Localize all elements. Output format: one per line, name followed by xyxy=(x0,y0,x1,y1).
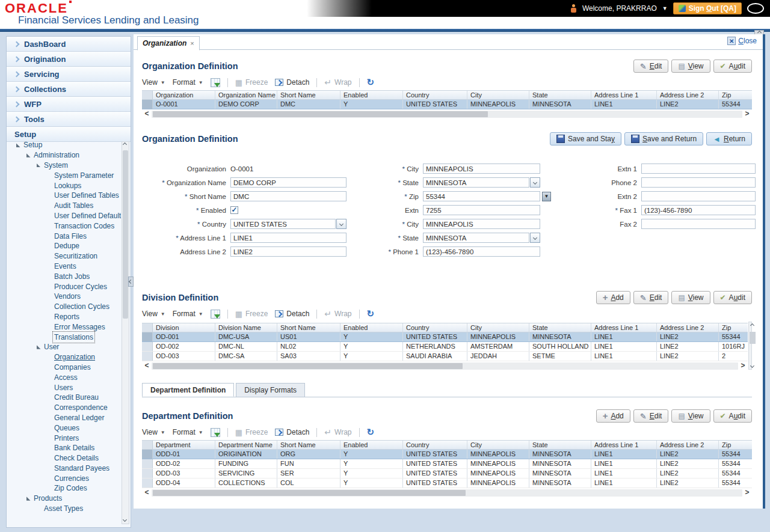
scrollbar-thumb[interactable] xyxy=(750,332,756,344)
tree-item-products[interactable]: Products xyxy=(7,494,121,504)
phone-1-field[interactable]: (123)-456-7890 xyxy=(423,246,540,257)
column-header-address-line-2[interactable]: Address Line 2 xyxy=(657,323,719,332)
scroll-down-icon[interactable] xyxy=(750,364,754,368)
tree-item-general-ledger[interactable]: General Ledger xyxy=(7,413,121,423)
detach-button[interactable]: Detach xyxy=(275,428,309,436)
tab-department-definition[interactable]: Department Definition xyxy=(142,383,234,397)
tree-expand-icon[interactable] xyxy=(37,345,41,349)
query-by-example-icon[interactable] xyxy=(211,78,220,87)
refresh-icon[interactable] xyxy=(367,427,375,438)
column-header-organization-name[interactable]: Organization Name xyxy=(215,91,277,99)
query-by-example-icon[interactable] xyxy=(211,310,220,319)
tree-item-collection-cycles[interactable]: Collection Cycles xyxy=(7,302,121,312)
detach-button[interactable]: Detach xyxy=(275,310,309,318)
chevron-down-icon[interactable] xyxy=(336,219,346,229)
tree-item-dedupe[interactable]: Dedupe xyxy=(7,241,121,251)
tree-item-batch-jobs[interactable]: Batch Jobs xyxy=(7,271,121,281)
refresh-icon[interactable] xyxy=(367,77,375,88)
column-header-state[interactable]: State xyxy=(529,91,591,99)
scrollbar-thumb[interactable] xyxy=(153,490,466,496)
view-button[interactable]: View xyxy=(671,409,710,423)
tree-item-lookups[interactable]: Lookups xyxy=(7,180,121,191)
chevron-down-icon[interactable] xyxy=(530,233,540,243)
column-header-division[interactable]: Division xyxy=(153,323,215,332)
tree-scrollbar[interactable] xyxy=(122,141,129,524)
chevron-down-icon[interactable] xyxy=(530,177,540,188)
column-header-address-line-2[interactable]: Address Line 2 xyxy=(657,91,719,99)
tree-item-user-defined-tables[interactable]: User Defined Tables xyxy=(7,191,121,201)
column-header-enabled[interactable]: Enabled xyxy=(340,91,403,99)
column-header-enabled[interactable]: Enabled xyxy=(340,441,403,449)
column-header-city[interactable]: City xyxy=(467,323,529,332)
sidebar-item-origination[interactable]: Origination xyxy=(7,52,131,67)
state-select[interactable]: MINNESOTA xyxy=(423,233,529,243)
table-row[interactable]: O-0001DEMO CORPDMCYUNITED STATESMINNEAPO… xyxy=(142,100,752,109)
tree-item-audit-tables[interactable]: Audit Tables xyxy=(7,201,121,211)
fax-2-field[interactable] xyxy=(641,219,756,229)
scroll-right-icon[interactable]: > xyxy=(738,362,748,370)
tree-item-vendors[interactable]: Vendors xyxy=(7,292,121,302)
tree-expand-icon[interactable] xyxy=(16,143,20,147)
edit-button[interactable]: Edit xyxy=(633,60,669,73)
view-menu[interactable]: View▼ xyxy=(142,310,165,318)
close-button[interactable]: ✕ Close xyxy=(727,37,757,45)
table-row[interactable]: OD-001DMC-USAUS01YUNITED STATESMINNEAPOL… xyxy=(142,332,748,342)
column-header-department[interactable]: Department xyxy=(153,441,215,449)
view-menu[interactable]: View▼ xyxy=(142,78,165,87)
scrollbar-thumb[interactable] xyxy=(123,150,128,319)
extn-field[interactable]: 7255 xyxy=(423,205,540,215)
edit-button[interactable]: Edit xyxy=(633,409,669,423)
view-menu[interactable]: View▼ xyxy=(142,428,165,436)
tree-item-standard-payees[interactable]: Standard Payees xyxy=(7,463,121,474)
tree-item-data-files[interactable]: Data Files xyxy=(7,231,121,241)
add-button[interactable]: Add xyxy=(596,291,630,304)
city-field[interactable]: MINNEAPOLIS xyxy=(423,164,540,174)
tree-item-error-messages[interactable]: Error Messages xyxy=(7,322,121,332)
zip-field[interactable]: 55344 xyxy=(423,191,540,201)
column-header-organization[interactable]: Organization xyxy=(153,91,215,99)
column-header-address-line-1[interactable]: Address Line 1 xyxy=(591,91,657,99)
tree-item-check-details[interactable]: Check Details xyxy=(7,453,121,463)
tab-organization[interactable]: Organization × xyxy=(137,36,200,50)
tree-item-zip-codes[interactable]: Zip Codes xyxy=(7,483,121,494)
extn-2-field[interactable] xyxy=(641,191,756,201)
scroll-left-icon[interactable]: < xyxy=(142,110,152,118)
address-line-2-field[interactable]: LINE2 xyxy=(230,246,346,257)
tree-item-organization[interactable]: Organization xyxy=(7,352,121,362)
sidebar-item-servicing[interactable]: Servicing xyxy=(7,67,131,82)
tree-item-system-parameter[interactable]: System Parameter xyxy=(7,170,121,180)
table-row[interactable]: ODD-03SERVICINGSERYUNITED STATESMINNEAPO… xyxy=(142,469,752,478)
column-header-zip[interactable]: Zip xyxy=(719,323,748,332)
detach-button[interactable]: Detach xyxy=(275,78,309,87)
tree-item-correspondence[interactable]: Correspondence xyxy=(7,403,121,413)
tree-item-setup[interactable]: Setup xyxy=(7,140,121,150)
refresh-icon[interactable] xyxy=(367,308,375,319)
tree-item-printers[interactable]: Printers xyxy=(7,433,121,443)
column-header-country[interactable]: Country xyxy=(403,441,467,449)
column-header-state[interactable]: State xyxy=(529,441,591,449)
organization-name-field[interactable]: DEMO CORP xyxy=(230,177,346,188)
tree-expand-icon[interactable] xyxy=(26,497,31,501)
sidebar-item-collections[interactable]: Collections xyxy=(7,82,131,97)
extn-1-field[interactable] xyxy=(641,164,756,174)
tree-item-producer-cycles[interactable]: Producer Cycles xyxy=(7,281,121,292)
column-header-city[interactable]: City xyxy=(467,441,529,449)
format-menu[interactable]: Format▼ xyxy=(173,428,203,436)
audit-button[interactable]: Audit xyxy=(713,291,752,304)
tree-item-securitization[interactable]: Securitization xyxy=(7,251,121,261)
enabled-checkbox[interactable] xyxy=(230,206,238,214)
fax-1-field[interactable]: (123)-456-7890 xyxy=(641,205,756,215)
column-header-state[interactable]: State xyxy=(529,323,591,332)
tree-item-user-defined-defaults[interactable]: User Defined Defaults xyxy=(7,211,121,221)
tree-item-events[interactable]: Events xyxy=(7,261,121,272)
table-row[interactable]: OD-003DMC-SASA03YSAUDI ARABIAJEDDAHSETME… xyxy=(142,352,748,361)
tree-item-asset-types[interactable]: Asset Types xyxy=(7,504,121,514)
short-name-field[interactable]: DMC xyxy=(230,191,346,201)
column-header-country[interactable]: Country xyxy=(403,323,467,332)
column-header-short-name[interactable]: Short Name xyxy=(277,441,340,449)
tree-item-system[interactable]: System xyxy=(7,161,121,171)
edit-button[interactable]: Edit xyxy=(633,291,669,304)
tree-item-user[interactable]: User xyxy=(7,342,121,352)
tab-close-icon[interactable]: × xyxy=(190,40,194,47)
tree-item-administration[interactable]: Administration xyxy=(7,150,121,161)
